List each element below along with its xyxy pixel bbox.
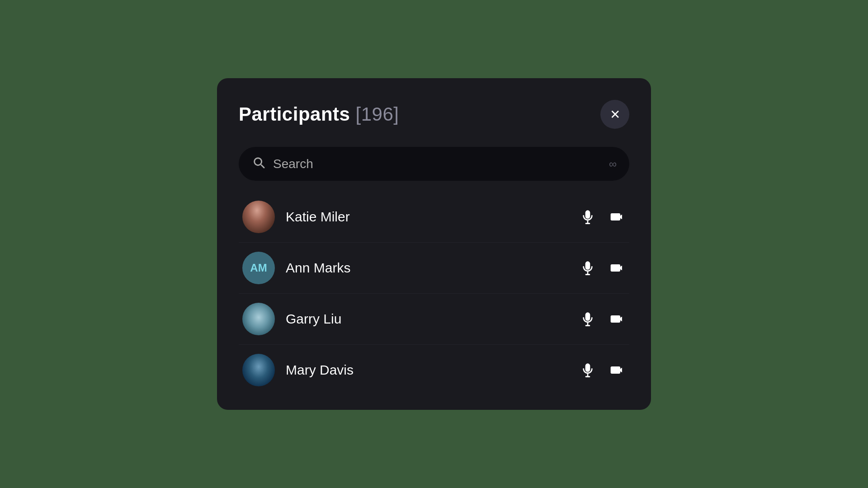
participant-item: AM Ann Marks xyxy=(239,243,629,294)
infinity-icon: ∞ xyxy=(609,158,617,170)
participant-controls xyxy=(579,361,626,379)
mic-button[interactable] xyxy=(579,208,597,226)
camera-button[interactable] xyxy=(608,208,626,226)
participant-name: Ann Marks xyxy=(286,260,568,276)
panel-title: Participants [196] xyxy=(239,103,399,125)
camera-icon xyxy=(609,261,624,275)
close-button[interactable]: ✕ xyxy=(600,100,629,129)
participant-item: Garry Liu xyxy=(239,294,629,345)
avatar: AM xyxy=(242,252,275,284)
mic-icon xyxy=(580,363,595,377)
search-icon xyxy=(251,155,266,173)
camera-button[interactable] xyxy=(608,361,626,379)
mic-icon xyxy=(580,210,595,224)
mic-button[interactable] xyxy=(579,259,597,277)
avatar xyxy=(242,303,275,335)
participant-name: Katie Miler xyxy=(286,209,568,225)
panel-header: Participants [196] ✕ xyxy=(239,100,629,129)
participant-controls xyxy=(579,310,626,328)
avatar xyxy=(242,201,275,233)
camera-button[interactable] xyxy=(608,259,626,277)
mic-button[interactable] xyxy=(579,310,597,328)
search-input[interactable] xyxy=(273,157,602,171)
participant-item: Katie Miler xyxy=(239,192,629,243)
participants-panel: Participants [196] ✕ ∞ Katie Miler xyxy=(217,78,651,410)
camera-icon xyxy=(609,210,624,224)
mic-icon xyxy=(580,312,595,326)
mic-button[interactable] xyxy=(579,361,597,379)
participant-controls xyxy=(579,259,626,277)
search-bar: ∞ xyxy=(239,147,629,181)
mic-icon xyxy=(580,261,595,275)
camera-icon xyxy=(609,363,624,377)
participant-list: Katie Miler xyxy=(239,192,629,395)
participant-controls xyxy=(579,208,626,226)
camera-button[interactable] xyxy=(608,310,626,328)
avatar xyxy=(242,354,275,386)
close-icon: ✕ xyxy=(610,107,620,122)
camera-icon xyxy=(609,312,624,326)
participant-item: Mary Davis xyxy=(239,345,629,395)
participant-name: Garry Liu xyxy=(286,311,568,327)
participant-name: Mary Davis xyxy=(286,362,568,378)
